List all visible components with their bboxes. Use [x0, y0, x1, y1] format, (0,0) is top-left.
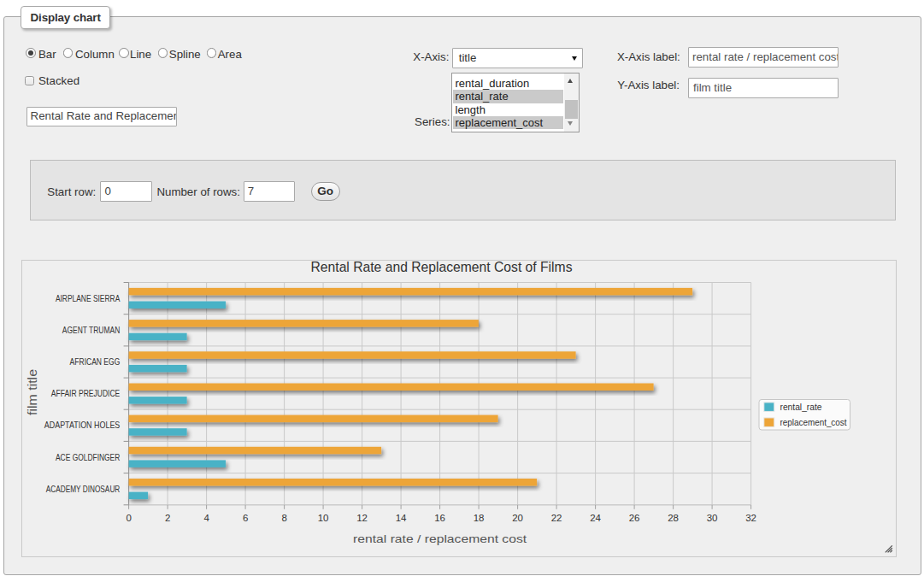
svg-text:8: 8 [281, 513, 286, 523]
svg-text:0: 0 [126, 513, 131, 523]
svg-text:30: 30 [707, 513, 718, 523]
svg-text:20: 20 [512, 513, 523, 523]
svg-text:14: 14 [396, 513, 407, 523]
svg-text:10: 10 [318, 513, 329, 523]
svg-text:AGENT TRUMAN: AGENT TRUMAN [62, 324, 121, 334]
svg-text:4: 4 [203, 513, 209, 523]
svg-text:film title: film title [25, 369, 39, 415]
svg-text:ADAPTATION HOLES: ADAPTATION HOLES [44, 420, 121, 430]
svg-text:ACADEMY DINOSAUR: ACADEMY DINOSAUR [46, 483, 121, 493]
svg-text:AFRICAN EGG: AFRICAN EGG [70, 356, 121, 367]
svg-text:ACE GOLDFINGER: ACE GOLDFINGER [56, 451, 121, 461]
svg-text:rental rate / replacement cost: rental rate / replacement cost [353, 532, 527, 544]
svg-text:26: 26 [629, 513, 640, 523]
svg-text:rental_rate: rental_rate [780, 401, 822, 411]
svg-text:Rental Rate and Replacement Co: Rental Rate and Replacement Cost of Film… [311, 261, 573, 275]
svg-text:AIRPLANE SIERRA: AIRPLANE SIERRA [56, 292, 121, 303]
svg-text:18: 18 [474, 513, 485, 523]
svg-text:6: 6 [243, 513, 248, 523]
svg-text:16: 16 [434, 513, 445, 523]
svg-text:AFFAIR PREJUDICE: AFFAIR PREJUDICE [51, 388, 121, 398]
svg-text:32: 32 [745, 513, 756, 523]
svg-text:22: 22 [551, 513, 562, 523]
svg-text:28: 28 [668, 513, 679, 523]
svg-text:24: 24 [590, 513, 601, 523]
svg-text:2: 2 [165, 513, 170, 523]
svg-text:12: 12 [356, 513, 368, 523]
svg-text:replacement_cost: replacement_cost [780, 416, 847, 426]
